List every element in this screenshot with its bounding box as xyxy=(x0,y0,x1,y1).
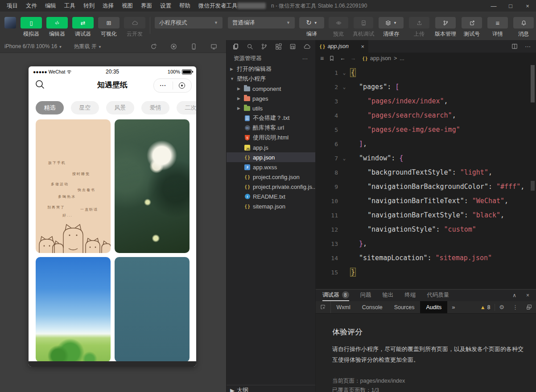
maximize-icon[interactable]: □ xyxy=(502,3,519,9)
bookmark-icon[interactable] xyxy=(329,55,335,61)
panel-tab-终端[interactable]: 终端 xyxy=(405,290,416,301)
collapse-panel-icon[interactable]: ∧ xyxy=(512,292,516,298)
menu-item-微信开发者工具[interactable]: 微信开发者工具 xyxy=(194,2,242,10)
toolbar-button-编辑器[interactable]: ‹/›编辑器 xyxy=(46,17,68,38)
panel-tab-代码质量[interactable]: 代码质量 xyxy=(427,290,449,301)
inspect-element-icon[interactable] xyxy=(316,301,331,313)
menu-icon[interactable]: ≡ xyxy=(320,55,324,62)
record-icon[interactable] xyxy=(170,43,177,50)
npm-icon[interactable] xyxy=(289,43,296,50)
editor-more-icon[interactable]: ⋯ xyxy=(525,43,531,50)
nav-back-icon[interactable]: ← xyxy=(340,55,346,61)
devtools-kebab-icon[interactable]: ⋮ xyxy=(508,304,522,310)
user-avatar[interactable] xyxy=(4,17,16,29)
phone-outline-icon[interactable] xyxy=(190,43,197,50)
compile-mode-select[interactable]: 普通编译▼ xyxy=(228,17,295,29)
devtools-tab-Audits[interactable]: Audits xyxy=(420,301,447,313)
code-editor[interactable]: 1⌄{2⌄"pages": [3"pages/index/index",4"pa… xyxy=(316,64,536,289)
tree-item-component[interactable]: ▶component xyxy=(227,84,315,94)
breadcrumb[interactable]: { } app.json > ... xyxy=(363,55,404,61)
branch-icon[interactable] xyxy=(261,43,268,50)
tree-item-sitemap.json[interactable]: { }sitemap.json xyxy=(227,201,315,211)
menu-item-设置[interactable]: 设置 xyxy=(156,2,175,10)
wallpaper-thumbnail-poem[interactable]: 放下手机按时睡觉多做运动快去看书多喝热水别再哭了一直听话好... xyxy=(36,119,111,253)
tree-item-project.private.config.js...[interactable]: { }project.private.config.js... xyxy=(227,182,315,192)
tree-section-壁纸小程序[interactable]: ▼壁纸小程序 xyxy=(227,74,315,84)
tree-item-app.js[interactable]: JSapp.js xyxy=(227,143,315,152)
toolbar-button-版本管理[interactable]: 版本管理 xyxy=(435,17,456,38)
wallpaper-thumbnail-flower[interactable] xyxy=(115,119,190,253)
menu-item-界面[interactable]: 界面 xyxy=(137,2,156,10)
tree-item-酷库博客.url[interactable]: ∞酷库博客.url xyxy=(227,123,315,133)
window-controls: — □ × xyxy=(485,0,536,12)
toolbar-button-预览[interactable]: 预览 xyxy=(329,17,348,38)
category-tab-精选[interactable]: 精选 xyxy=(36,101,64,114)
cloud-icon[interactable] xyxy=(304,43,310,50)
close-panel-icon[interactable]: × xyxy=(526,292,529,298)
tree-item-不会搭建？.txt[interactable]: 不会搭建？.txt xyxy=(227,113,315,123)
mode-select[interactable]: 小程序模式▼ xyxy=(155,17,223,29)
search-icon[interactable] xyxy=(247,43,253,50)
toolbar-button-测试号[interactable]: 测试号 xyxy=(462,17,482,38)
hot-reload-toggle[interactable]: 热重载 开 ▼ xyxy=(74,43,102,50)
devtools-tab-Wxml[interactable]: Wxml xyxy=(331,301,356,313)
tree-item-使用说明.html[interactable]: 5使用说明.html xyxy=(227,133,315,143)
desktop-icon[interactable] xyxy=(210,43,217,50)
device-select[interactable]: iPhone 6/7/8 100% 16 ▼ xyxy=(4,43,62,49)
explorer-more-icon[interactable]: ⋯ xyxy=(302,55,309,62)
menu-item-帮助[interactable]: 帮助 xyxy=(175,2,194,10)
files-icon[interactable] xyxy=(232,43,239,50)
category-tab-二次[interactable]: 二次 xyxy=(177,101,196,114)
tree-item-app.wxss[interactable]: 3app.wxss xyxy=(227,162,315,172)
menu-item-文件[interactable]: 文件 xyxy=(22,2,41,10)
outline-section[interactable]: ▶ 大纲 xyxy=(227,385,315,392)
more-menu-icon[interactable]: ... xyxy=(154,84,173,87)
toolbar-button-可视化[interactable]: ⊞可视化 xyxy=(98,17,120,38)
tab-app-json[interactable]: { } app.json × xyxy=(316,40,368,53)
toolbar-button-模拟器[interactable]: ▯模拟器 xyxy=(21,17,42,38)
rotate-icon[interactable] xyxy=(150,43,157,50)
close-tab-icon[interactable]: × xyxy=(361,43,364,50)
menu-item-编辑[interactable]: 编辑 xyxy=(41,2,60,10)
menu-item-项目[interactable]: 项目 xyxy=(3,2,22,10)
toolbar-button-上传[interactable]: 上传 xyxy=(409,17,429,38)
toolbar-button-消息[interactable]: 消息 xyxy=(513,17,534,38)
menu-item-选择[interactable]: 选择 xyxy=(99,2,118,10)
toolbar-button-编译[interactable]: ↻▼编译 xyxy=(299,17,324,38)
toolbar-button-云开发[interactable]: 云开发 xyxy=(124,17,145,38)
category-tab-风景[interactable]: 风景 xyxy=(106,101,134,114)
menu-item-工具[interactable]: 工具 xyxy=(60,2,79,10)
toolbar-button-清缓存[interactable]: ▼清缓存 xyxy=(379,17,404,38)
panel-tab-输出[interactable]: 输出 xyxy=(383,290,394,301)
panel-tab-调试器[interactable]: 调试器8 xyxy=(322,290,349,301)
menu-item-视图[interactable]: 视图 xyxy=(118,2,137,10)
split-editor-icon[interactable] xyxy=(511,43,518,49)
tree-item-project.config.json[interactable]: { }project.config.json xyxy=(227,172,315,182)
devtools-settings-icon[interactable]: ⚙ xyxy=(495,304,508,310)
toolbar-button-真机调试[interactable]: 真机调试 xyxy=(353,17,374,38)
tree-item-README.txt[interactable]: iREADME.txt xyxy=(227,192,315,201)
close-capsule-icon[interactable] xyxy=(173,82,192,89)
panel-tab-问题[interactable]: 问题 xyxy=(360,290,371,301)
category-tab-星空[interactable]: 星空 xyxy=(71,101,99,114)
close-icon[interactable]: × xyxy=(519,3,536,9)
devtools-tab-Console[interactable]: Console xyxy=(356,301,388,313)
editor-scrollbar[interactable] xyxy=(531,65,535,102)
tree-item-pages[interactable]: ▶pages xyxy=(227,94,315,103)
tree-item-utils[interactable]: ▶utils xyxy=(227,103,315,113)
warning-count[interactable]: ▲8 xyxy=(476,304,495,310)
devtools-tab-Sources[interactable]: Sources xyxy=(388,301,421,313)
category-tab-爱情[interactable]: 爱情 xyxy=(141,101,169,114)
tree-item-app.json[interactable]: { }app.json xyxy=(227,152,315,162)
toolbar-button-调试器[interactable]: ⇄调试器 xyxy=(72,17,94,38)
nav-forward-icon[interactable]: → xyxy=(350,55,356,61)
menu-item-转到[interactable]: 转到 xyxy=(79,2,99,10)
undock-icon[interactable] xyxy=(522,304,536,310)
toolbar-button-详情[interactable]: ≡详情 xyxy=(487,17,508,38)
tree-section-打开的编辑器[interactable]: ▶打开的编辑器 xyxy=(227,64,315,74)
devtools-overflow-icon[interactable]: » xyxy=(447,301,459,313)
minimize-icon[interactable]: — xyxy=(485,3,502,9)
wallpaper-thumbnail-sky[interactable] xyxy=(36,257,111,362)
extensions-icon[interactable] xyxy=(275,43,282,50)
wallpaper-thumbnail-teal[interactable] xyxy=(115,257,190,362)
